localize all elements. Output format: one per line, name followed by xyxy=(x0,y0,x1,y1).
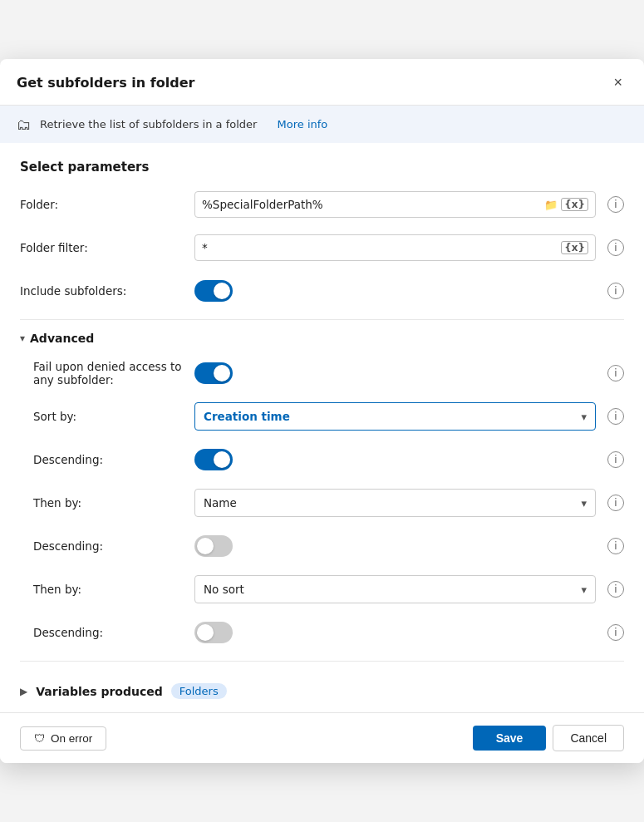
then-by2-control: No sort ▾ i xyxy=(194,575,624,603)
fail-access-toggle[interactable] xyxy=(194,362,233,384)
descending3-row: Descending: i xyxy=(20,618,624,647)
fail-access-control: i xyxy=(194,362,624,384)
then-by2-chevron-icon: ▾ xyxy=(581,583,587,596)
advanced-content: Fail upon denied access to any subfolder… xyxy=(20,358,624,647)
then-by2-info-icon[interactable]: i xyxy=(607,581,624,598)
folder-filter-label: Folder filter: xyxy=(20,241,194,254)
descending1-row: Descending: i xyxy=(20,445,624,475)
folder-input-icons: 📁 {x} xyxy=(544,198,588,211)
then-by1-row: Then by: Name ▾ i xyxy=(20,488,624,518)
dialog-body: Select parameters Folder: %SpecialFolder… xyxy=(0,143,644,712)
sort-by-control: Creation time ▾ i xyxy=(194,402,624,431)
folder-filter-variable-icon[interactable]: {x} xyxy=(561,241,588,254)
include-subfolders-label: Include subfolders: xyxy=(20,284,194,298)
on-error-button[interactable]: 🛡 On error xyxy=(20,726,106,751)
variables-produced-label: Variables produced xyxy=(36,685,163,698)
then-by2-value: No sort xyxy=(204,583,244,596)
info-bar-icon: 🗂 xyxy=(17,116,32,133)
advanced-label: Advanced xyxy=(30,332,94,345)
footer-right: Save Cancel xyxy=(473,725,624,751)
folder-info-icon[interactable]: i xyxy=(607,196,624,213)
folder-variable-icon[interactable]: {x} xyxy=(561,198,588,211)
then-by2-dropdown[interactable]: No sort ▾ xyxy=(194,575,596,603)
include-subfolders-row: Include subfolders: i xyxy=(20,276,624,306)
sort-by-dropdown[interactable]: Creation time ▾ xyxy=(194,402,596,431)
descending3-info-icon[interactable]: i xyxy=(607,624,624,641)
dialog-footer: 🛡 On error Save Cancel xyxy=(0,712,644,763)
folder-label: Folder: xyxy=(20,198,194,211)
descending2-control: i xyxy=(194,535,624,557)
descending2-info-icon[interactable]: i xyxy=(607,538,624,554)
advanced-chevron-icon: ▾ xyxy=(20,332,25,344)
fail-access-row: Fail upon denied access to any subfolder… xyxy=(20,358,624,388)
descending3-label: Descending: xyxy=(33,626,194,639)
then-by1-value: Name xyxy=(204,496,237,509)
fail-access-label: Fail upon denied access to any subfolder… xyxy=(33,360,194,386)
dialog-header: Get subfolders in folder × xyxy=(0,59,644,106)
then-by1-label: Then by: xyxy=(33,496,194,509)
sort-by-row: Sort by: Creation time ▾ i xyxy=(20,401,624,431)
then-by1-chevron-icon: ▾ xyxy=(581,497,587,509)
then-by1-dropdown[interactable]: Name ▾ xyxy=(194,489,596,517)
fail-access-info-icon[interactable]: i xyxy=(607,365,624,381)
descending1-control: i xyxy=(194,449,624,470)
include-subfolders-info-icon[interactable]: i xyxy=(607,283,624,299)
folder-browse-icon[interactable]: 📁 xyxy=(544,199,558,211)
descending3-control: i xyxy=(194,622,624,643)
then-by2-row: Then by: No sort ▾ i xyxy=(20,574,624,604)
folder-value: %SpecialFolderPath% xyxy=(202,198,323,211)
folder-row: Folder: %SpecialFolderPath% 📁 {x} i xyxy=(20,190,624,219)
folder-filter-control: * {x} i xyxy=(194,234,624,261)
sort-by-info-icon[interactable]: i xyxy=(607,408,624,425)
then-by1-info-icon[interactable]: i xyxy=(607,495,624,511)
descending1-toggle[interactable] xyxy=(194,449,233,470)
descending1-info-icon[interactable]: i xyxy=(607,451,624,468)
descending2-label: Descending: xyxy=(33,539,194,553)
include-subfolders-control: i xyxy=(194,280,624,302)
then-by1-control: Name ▾ i xyxy=(194,489,624,517)
folder-filter-value: * xyxy=(202,241,208,254)
shield-icon: 🛡 xyxy=(34,732,46,745)
info-bar-text: Retrieve the list of subfolders in a fol… xyxy=(40,118,257,130)
save-button[interactable]: Save xyxy=(473,726,547,751)
dialog: Get subfolders in folder × 🗂 Retrieve th… xyxy=(0,59,644,763)
sort-by-label: Sort by: xyxy=(33,410,194,423)
descending2-toggle[interactable] xyxy=(194,535,233,557)
close-button[interactable]: × xyxy=(608,72,627,93)
then-by2-label: Then by: xyxy=(33,583,194,596)
include-subfolders-toggle[interactable] xyxy=(194,280,233,302)
sort-by-chevron-icon: ▾ xyxy=(581,411,587,423)
variables-produced-row[interactable]: ▶ Variables produced Folders xyxy=(20,673,624,704)
info-bar: 🗂 Retrieve the list of subfolders in a f… xyxy=(0,106,644,143)
descending3-toggle[interactable] xyxy=(194,622,233,643)
cancel-button[interactable]: Cancel xyxy=(553,725,624,751)
sort-by-value: Creation time xyxy=(204,410,290,423)
dialog-title: Get subfolders in folder xyxy=(17,75,194,91)
descending1-label: Descending: xyxy=(33,453,194,466)
descending2-row: Descending: i xyxy=(20,531,624,561)
divider-2 xyxy=(20,661,624,662)
divider-1 xyxy=(20,319,624,320)
folder-filter-input[interactable]: * {x} xyxy=(194,234,596,261)
variables-badge: Folders xyxy=(171,683,227,699)
advanced-section-toggle[interactable]: ▾ Advanced xyxy=(20,332,624,345)
more-info-link[interactable]: More info xyxy=(278,118,328,130)
folder-input[interactable]: %SpecialFolderPath% 📁 {x} xyxy=(194,191,596,218)
section-title-params: Select parameters xyxy=(20,160,624,175)
variables-chevron-icon: ▶ xyxy=(20,686,27,697)
folder-filter-info-icon[interactable]: i xyxy=(607,239,624,256)
folder-filter-icons: {x} xyxy=(561,241,588,254)
folder-filter-row: Folder filter: * {x} i xyxy=(20,233,624,263)
folder-control: %SpecialFolderPath% 📁 {x} i xyxy=(194,191,624,218)
